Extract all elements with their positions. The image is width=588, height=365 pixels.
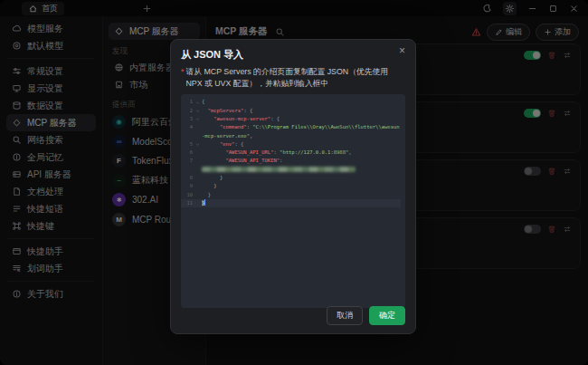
line-code: "AWESUN_API_TOKEN":	[202, 157, 401, 174]
redacted-token	[202, 167, 356, 173]
line-gutter: 10	[181, 191, 202, 199]
line-code: {	[202, 98, 401, 106]
fold-chevron-down-icon[interactable]	[193, 140, 202, 149]
line-number: 4	[181, 123, 193, 131]
line-code: "env": {	[202, 140, 401, 149]
editor-line: 2 "mcpServers": {	[181, 107, 401, 115]
text-cursor	[204, 199, 205, 206]
line-number: 11	[181, 199, 193, 207]
editor-line: 3 "awesun-mcp-server": {	[181, 115, 401, 123]
fold-chevron-down-icon	[193, 123, 202, 131]
line-number: 2	[181, 107, 193, 115]
line-code: "AWESUN_API_URL": "http://127.0.0.1:8988…	[202, 149, 401, 157]
fold-chevron-down-icon	[193, 157, 202, 165]
required-asterisk: *	[181, 66, 184, 90]
fold-chevron-down-icon	[193, 149, 202, 157]
editor-line: 6 "AWESUN_API_URL": "http://127.0.0.1:89…	[181, 149, 401, 157]
line-code: "command": "C:\\Program Files\\Oray\\Awe…	[202, 123, 401, 140]
confirm-button[interactable]: 确定	[369, 306, 405, 325]
line-number: 3	[181, 115, 193, 123]
editor-line: 10 }	[181, 191, 401, 199]
json-editor[interactable]: 1{2 "mcpServers": {3 "awesun-mcp-server"…	[181, 94, 405, 308]
editor-line: 8 }	[181, 174, 401, 182]
fold-chevron-down-icon	[193, 191, 202, 199]
modal-description: 请从 MCP Servers 的介绍页面复制配置 JSON（优先使用 NPX 或…	[185, 66, 405, 90]
line-number: 8	[181, 174, 193, 182]
line-gutter: 9	[181, 182, 202, 190]
line-gutter: 4	[181, 123, 202, 131]
cancel-button[interactable]: 取消	[327, 306, 363, 325]
line-code: "awesun-mcp-server": {	[202, 115, 401, 123]
line-gutter: 1	[181, 98, 202, 106]
line-number: 10	[181, 191, 193, 199]
editor-line: 5 "env": {	[181, 140, 401, 149]
line-gutter: 2	[181, 107, 202, 115]
modal-title: 从 JSON 导入	[181, 48, 405, 62]
fold-chevron-down-icon[interactable]	[193, 98, 202, 106]
line-code: }	[202, 199, 401, 207]
import-json-modal: 从 JSON 导入 × * 请从 MCP Servers 的介绍页面复制配置 J…	[170, 39, 416, 334]
line-number: 7	[181, 157, 193, 165]
line-gutter: 6	[181, 149, 202, 157]
modal-description-row: * 请从 MCP Servers 的介绍页面复制配置 JSON（优先使用 NPX…	[181, 66, 405, 90]
line-number: 9	[181, 182, 193, 190]
line-number: 6	[181, 149, 193, 157]
line-gutter: 8	[181, 174, 202, 182]
line-gutter: 5	[181, 140, 202, 149]
fold-chevron-down-icon[interactable]	[193, 115, 202, 123]
modal-footer: 取消 确定	[327, 306, 405, 325]
app-window: 首页 模型服务默认模型常规设置显示设置数据设置MCP 服务器网络搜索全局记忆AP…	[0, 0, 588, 365]
fold-chevron-down-icon	[193, 182, 202, 190]
fold-chevron-down-icon	[193, 174, 202, 182]
editor-line: 11}	[181, 199, 401, 207]
editor-line: 4 "command": "C:\\Program Files\\Oray\\A…	[181, 123, 401, 140]
editor-line: 9 }	[181, 182, 401, 190]
fold-chevron-down-icon[interactable]	[193, 107, 202, 115]
line-code: "mcpServers": {	[202, 107, 401, 115]
line-code: }	[202, 182, 401, 190]
line-number: 1	[181, 98, 193, 106]
line-number: 5	[181, 140, 193, 149]
editor-line: 1{	[181, 98, 401, 106]
line-gutter: 11	[181, 199, 202, 207]
fold-chevron-down-icon	[193, 199, 202, 207]
line-gutter: 7	[181, 157, 202, 165]
line-code: }	[202, 174, 401, 182]
line-gutter: 3	[181, 115, 202, 123]
close-icon[interactable]: ×	[399, 45, 405, 56]
editor-line: 7 "AWESUN_API_TOKEN":	[181, 157, 401, 174]
line-code: }	[202, 191, 401, 199]
